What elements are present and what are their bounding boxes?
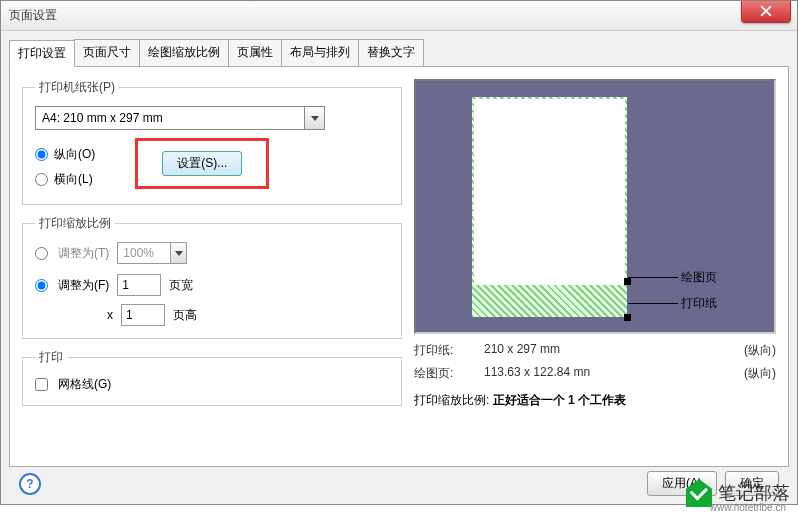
- paper-size-combo[interactable]: A4: 210 mm x 297 mm: [35, 106, 325, 130]
- portrait-label: 纵向(O): [54, 146, 95, 163]
- paper-info-label: 打印纸:: [414, 342, 484, 359]
- gridlines-label: 网格线(G): [58, 376, 111, 393]
- print-zoom-group: 打印缩放比例 调整为(T) 100% 调整为(F) 页宽: [22, 215, 402, 339]
- pages-wide-label: 页宽: [169, 277, 193, 294]
- drawing-page-callout: 绘图页: [681, 269, 717, 286]
- page-preview: 绘图页 打印纸: [414, 79, 776, 334]
- percent-spinner[interactable]: 100%: [117, 242, 187, 264]
- gridlines-row[interactable]: 网格线(G): [35, 376, 389, 393]
- watermark-icon: [686, 479, 712, 507]
- window-title: 页面设置: [9, 7, 57, 24]
- button-bar: ? 应用(A) 确定: [9, 467, 789, 496]
- portrait-radio-row[interactable]: 纵向(O): [35, 146, 95, 163]
- close-icon: [760, 5, 772, 17]
- pages-tall-input[interactable]: [121, 304, 165, 326]
- preview-drawing-page: [474, 99, 625, 285]
- titlebar: 页面设置: [1, 1, 797, 31]
- chevron-down-icon: [311, 116, 319, 121]
- drawing-info-label: 绘图页:: [414, 365, 484, 382]
- close-button[interactable]: [741, 1, 791, 23]
- drawing-info-orient: (纵向): [716, 365, 776, 382]
- tab-layout-routing[interactable]: 布局与排列: [281, 39, 359, 66]
- help-icon[interactable]: ?: [19, 473, 41, 495]
- spinner-dropdown-button[interactable]: [170, 243, 186, 263]
- printer-paper-legend: 打印机纸张(P): [35, 79, 119, 96]
- paper-size-value: A4: 210 mm x 297 mm: [36, 111, 304, 125]
- tab-body: 打印机纸张(P) A4: 210 mm x 297 mm 纵向(O): [9, 67, 789, 467]
- adjust-to-label: 调整为(T): [58, 245, 109, 262]
- callout-line: [628, 277, 678, 278]
- print-legend: 打印: [35, 349, 67, 366]
- info-grid: 打印纸: 210 x 297 mm (纵向) 绘图页: 113.63 x 122…: [414, 342, 776, 382]
- resize-handle: [624, 314, 631, 321]
- percent-value: 100%: [118, 246, 170, 260]
- printer-settings-button[interactable]: 设置(S)...: [162, 151, 242, 176]
- highlight-box: 设置(S)...: [135, 138, 269, 189]
- pages-tall-row: x 页高: [107, 304, 389, 326]
- landscape-radio-row[interactable]: 横向(L): [35, 171, 95, 188]
- landscape-radio[interactable]: [35, 173, 48, 186]
- paper-info-orient: (纵向): [716, 342, 776, 359]
- tab-drawing-scale[interactable]: 绘图缩放比例: [139, 39, 229, 66]
- tab-strip: 打印设置 页面尺寸 绘图缩放比例 页属性 布局与排列 替换文字: [9, 39, 789, 67]
- chevron-down-icon: [175, 251, 183, 256]
- tab-alt-text[interactable]: 替换文字: [358, 39, 424, 66]
- drawing-info-size: 113.63 x 122.84 mn: [484, 365, 716, 382]
- x-label: x: [107, 308, 113, 322]
- combo-dropdown-button[interactable]: [304, 107, 324, 129]
- fit-value: 正好适合一个 1 个工作表: [493, 393, 626, 407]
- fit-to-radio[interactable]: [35, 279, 48, 292]
- fit-to-row: 调整为(F) 页宽: [35, 274, 389, 296]
- pages-wide-input[interactable]: [117, 274, 161, 296]
- portrait-radio[interactable]: [35, 148, 48, 161]
- fit-to-label: 调整为(F): [58, 277, 109, 294]
- preview-print-paper: [472, 97, 627, 317]
- fit-label: 打印缩放比例:: [414, 393, 489, 407]
- tab-print-settings[interactable]: 打印设置: [9, 40, 75, 67]
- print-zoom-legend: 打印缩放比例: [35, 215, 115, 232]
- landscape-label: 横向(L): [54, 171, 93, 188]
- pages-tall-label: 页高: [173, 307, 197, 324]
- print-paper-callout: 打印纸: [681, 295, 717, 312]
- adjust-to-row: 调整为(T) 100%: [35, 242, 389, 264]
- resize-handle: [624, 278, 631, 285]
- tab-page-properties[interactable]: 页属性: [228, 39, 282, 66]
- paper-info-size: 210 x 297 mm: [484, 342, 716, 359]
- print-group: 打印 网格线(G): [22, 349, 402, 406]
- printer-paper-group: 打印机纸张(P) A4: 210 mm x 297 mm 纵向(O): [22, 79, 402, 205]
- callout-line: [628, 303, 678, 304]
- gridlines-checkbox[interactable]: [35, 378, 48, 391]
- tab-page-size[interactable]: 页面尺寸: [74, 39, 140, 66]
- watermark-sub: www.notetribe.cn: [710, 502, 786, 513]
- fit-line: 打印缩放比例: 正好适合一个 1 个工作表: [414, 392, 776, 409]
- adjust-to-radio[interactable]: [35, 247, 48, 260]
